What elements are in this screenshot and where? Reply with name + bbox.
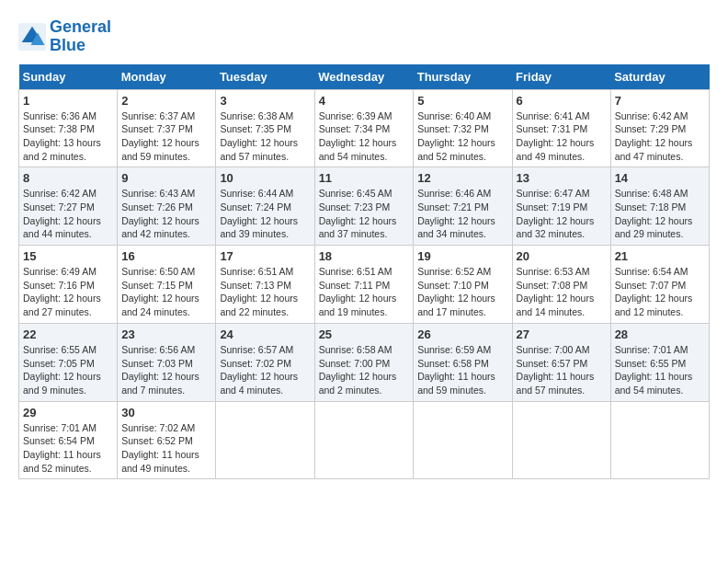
logo-icon xyxy=(18,23,46,51)
calendar-week-row: 1 Sunrise: 6:36 AM Sunset: 7:38 PM Dayli… xyxy=(19,89,710,167)
header: General Blue xyxy=(18,18,710,55)
calendar-cell: 11 Sunrise: 6:45 AM Sunset: 7:23 PM Dayl… xyxy=(314,167,414,246)
day-info: Sunrise: 6:42 AM Sunset: 7:29 PM Dayligh… xyxy=(615,109,705,164)
day-info: Sunrise: 6:56 AM Sunset: 7:03 PM Dayligh… xyxy=(121,343,211,397)
calendar-cell: 25 Sunrise: 6:58 AM Sunset: 7:00 PM Dayl… xyxy=(314,323,414,401)
day-info: Sunrise: 6:50 AM Sunset: 7:15 PM Dayligh… xyxy=(121,265,211,319)
day-number: 11 xyxy=(319,171,410,185)
calendar-cell: 15 Sunrise: 6:49 AM Sunset: 7:16 PM Dayl… xyxy=(19,246,118,324)
calendar-cell xyxy=(216,401,314,479)
day-info: Sunrise: 6:53 AM Sunset: 7:08 PM Dayligh… xyxy=(517,265,607,319)
day-number: 24 xyxy=(220,327,310,341)
calendar-table: SundayMondayTuesdayWednesdayThursdayFrid… xyxy=(18,64,710,480)
day-number: 19 xyxy=(417,249,507,263)
day-info: Sunrise: 6:51 AM Sunset: 7:11 PM Dayligh… xyxy=(319,265,410,319)
day-number: 12 xyxy=(417,171,507,185)
day-number: 13 xyxy=(517,171,607,185)
calendar-cell: 14 Sunrise: 6:48 AM Sunset: 7:18 PM Dayl… xyxy=(610,167,709,246)
day-header-friday: Friday xyxy=(512,64,610,90)
day-header-wednesday: Wednesday xyxy=(314,64,414,90)
calendar-cell xyxy=(512,401,610,479)
calendar-cell: 22 Sunrise: 6:55 AM Sunset: 7:05 PM Dayl… xyxy=(19,323,118,401)
day-info: Sunrise: 6:49 AM Sunset: 7:16 PM Dayligh… xyxy=(23,265,113,319)
calendar-cell: 13 Sunrise: 6:47 AM Sunset: 7:19 PM Dayl… xyxy=(512,167,610,246)
day-info: Sunrise: 7:00 AM Sunset: 6:57 PM Dayligh… xyxy=(517,343,607,397)
day-info: Sunrise: 6:57 AM Sunset: 7:02 PM Dayligh… xyxy=(220,343,310,397)
day-number: 17 xyxy=(220,249,310,263)
day-number: 6 xyxy=(517,94,607,108)
calendar-cell: 8 Sunrise: 6:42 AM Sunset: 7:27 PM Dayli… xyxy=(19,167,118,246)
day-info: Sunrise: 6:38 AM Sunset: 7:35 PM Dayligh… xyxy=(220,109,310,164)
calendar-cell xyxy=(610,401,709,479)
day-number: 21 xyxy=(615,249,705,263)
calendar-cell: 10 Sunrise: 6:44 AM Sunset: 7:24 PM Dayl… xyxy=(216,167,314,246)
calendar-cell: 30 Sunrise: 7:02 AM Sunset: 6:52 PM Dayl… xyxy=(118,401,216,479)
day-info: Sunrise: 6:43 AM Sunset: 7:26 PM Dayligh… xyxy=(121,187,211,241)
day-number: 23 xyxy=(121,327,211,341)
day-info: Sunrise: 6:51 AM Sunset: 7:13 PM Dayligh… xyxy=(220,265,310,319)
day-number: 4 xyxy=(319,94,410,108)
calendar-cell: 18 Sunrise: 6:51 AM Sunset: 7:11 PM Dayl… xyxy=(314,246,414,324)
day-number: 18 xyxy=(319,249,410,263)
calendar-cell: 1 Sunrise: 6:36 AM Sunset: 7:38 PM Dayli… xyxy=(19,89,118,167)
day-info: Sunrise: 6:45 AM Sunset: 7:23 PM Dayligh… xyxy=(319,187,410,241)
day-number: 1 xyxy=(23,94,113,108)
day-header-sunday: Sunday xyxy=(19,64,118,90)
day-number: 30 xyxy=(121,406,211,419)
calendar-week-row: 8 Sunrise: 6:42 AM Sunset: 7:27 PM Dayli… xyxy=(19,167,710,246)
day-number: 3 xyxy=(220,94,310,108)
day-number: 16 xyxy=(121,249,211,263)
calendar-week-row: 29 Sunrise: 7:01 AM Sunset: 6:54 PM Dayl… xyxy=(19,401,710,479)
day-info: Sunrise: 6:41 AM Sunset: 7:31 PM Dayligh… xyxy=(517,109,607,164)
calendar-cell: 3 Sunrise: 6:38 AM Sunset: 7:35 PM Dayli… xyxy=(216,89,314,167)
day-info: Sunrise: 7:01 AM Sunset: 6:54 PM Dayligh… xyxy=(23,421,113,476)
day-number: 7 xyxy=(615,94,705,108)
day-number: 20 xyxy=(517,249,607,263)
day-number: 10 xyxy=(220,171,310,185)
calendar-cell: 28 Sunrise: 7:01 AM Sunset: 6:55 PM Dayl… xyxy=(610,323,709,401)
calendar-cell: 21 Sunrise: 6:54 AM Sunset: 7:07 PM Dayl… xyxy=(610,246,709,324)
calendar-cell: 4 Sunrise: 6:39 AM Sunset: 7:34 PM Dayli… xyxy=(314,89,414,167)
calendar-week-row: 22 Sunrise: 6:55 AM Sunset: 7:05 PM Dayl… xyxy=(19,323,710,401)
day-number: 22 xyxy=(23,327,113,341)
day-info: Sunrise: 6:52 AM Sunset: 7:10 PM Dayligh… xyxy=(417,265,507,319)
day-header-monday: Monday xyxy=(118,64,216,90)
calendar-cell: 24 Sunrise: 6:57 AM Sunset: 7:02 PM Dayl… xyxy=(216,323,314,401)
day-info: Sunrise: 6:54 AM Sunset: 7:07 PM Dayligh… xyxy=(615,265,705,319)
calendar-cell: 29 Sunrise: 7:01 AM Sunset: 6:54 PM Dayl… xyxy=(19,401,118,479)
calendar-cell: 5 Sunrise: 6:40 AM Sunset: 7:32 PM Dayli… xyxy=(414,89,512,167)
day-header-saturday: Saturday xyxy=(610,64,709,90)
logo: General Blue xyxy=(18,18,111,55)
day-number: 2 xyxy=(121,94,211,108)
day-info: Sunrise: 6:48 AM Sunset: 7:18 PM Dayligh… xyxy=(615,187,705,241)
calendar-cell: 12 Sunrise: 6:46 AM Sunset: 7:21 PM Dayl… xyxy=(414,167,512,246)
calendar-cell: 9 Sunrise: 6:43 AM Sunset: 7:26 PM Dayli… xyxy=(118,167,216,246)
calendar-cell: 6 Sunrise: 6:41 AM Sunset: 7:31 PM Dayli… xyxy=(512,89,610,167)
day-info: Sunrise: 6:39 AM Sunset: 7:34 PM Dayligh… xyxy=(319,109,410,164)
calendar-cell: 23 Sunrise: 6:56 AM Sunset: 7:03 PM Dayl… xyxy=(118,323,216,401)
logo-text: General Blue xyxy=(50,18,111,55)
day-number: 8 xyxy=(23,171,113,185)
calendar-cell: 27 Sunrise: 7:00 AM Sunset: 6:57 PM Dayl… xyxy=(512,323,610,401)
days-header-row: SundayMondayTuesdayWednesdayThursdayFrid… xyxy=(19,64,710,90)
day-info: Sunrise: 7:02 AM Sunset: 6:52 PM Dayligh… xyxy=(121,421,211,476)
calendar-cell xyxy=(414,401,512,479)
day-number: 14 xyxy=(615,171,705,185)
day-info: Sunrise: 6:44 AM Sunset: 7:24 PM Dayligh… xyxy=(220,187,310,241)
calendar-cell: 19 Sunrise: 6:52 AM Sunset: 7:10 PM Dayl… xyxy=(414,246,512,324)
day-info: Sunrise: 6:40 AM Sunset: 7:32 PM Dayligh… xyxy=(417,109,507,164)
day-number: 5 xyxy=(417,94,507,108)
day-number: 28 xyxy=(615,327,705,341)
day-info: Sunrise: 6:46 AM Sunset: 7:21 PM Dayligh… xyxy=(417,187,507,241)
day-info: Sunrise: 6:55 AM Sunset: 7:05 PM Dayligh… xyxy=(23,343,113,397)
calendar-cell: 20 Sunrise: 6:53 AM Sunset: 7:08 PM Dayl… xyxy=(512,246,610,324)
day-number: 25 xyxy=(319,327,410,341)
day-info: Sunrise: 6:47 AM Sunset: 7:19 PM Dayligh… xyxy=(517,187,607,241)
day-info: Sunrise: 7:01 AM Sunset: 6:55 PM Dayligh… xyxy=(615,343,705,397)
day-header-thursday: Thursday xyxy=(414,64,512,90)
calendar-cell: 17 Sunrise: 6:51 AM Sunset: 7:13 PM Dayl… xyxy=(216,246,314,324)
day-number: 15 xyxy=(23,249,113,263)
day-info: Sunrise: 6:59 AM Sunset: 6:58 PM Dayligh… xyxy=(417,343,507,397)
day-info: Sunrise: 6:42 AM Sunset: 7:27 PM Dayligh… xyxy=(23,187,113,241)
calendar-week-row: 15 Sunrise: 6:49 AM Sunset: 7:16 PM Dayl… xyxy=(19,246,710,324)
